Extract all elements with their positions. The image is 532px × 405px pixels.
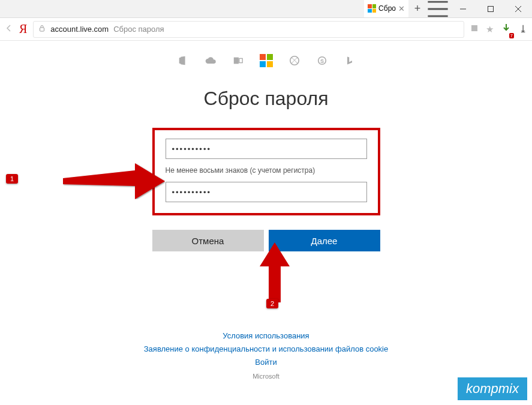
svg-marker-8 (63, 163, 165, 199)
svg-rect-3 (233, 58, 238, 64)
skype-icon[interactable]: S (316, 55, 328, 67)
footer-copyright: Microsoft (0, 373, 532, 380)
addr-actions: ★ 7 ⤓ (470, 23, 527, 36)
browser-tab-active[interactable]: Сбро ✕ (364, 0, 408, 17)
password-hint: Не менее восьми знаков (с учетом регистр… (166, 166, 367, 175)
svg-text:S: S (320, 58, 323, 64)
page-content: S Сброс пароля Не менее восьми знаков (с… (0, 41, 532, 380)
svg-rect-4 (239, 58, 242, 62)
bookmark-icon[interactable]: ★ (486, 24, 494, 35)
url-title: Сброс пароля (113, 25, 164, 34)
tab-spacer (0, 0, 364, 17)
footer-link-privacy[interactable]: Заявление о конфиденциальности и использ… (0, 343, 532, 356)
microsoft-logo-icon[interactable] (260, 54, 273, 67)
svg-rect-1 (40, 28, 44, 31)
address-bar: Я account.live.com Сброс пароля ★ 7 ⤓ (0, 18, 532, 41)
new-password-input[interactable] (166, 139, 367, 159)
annotation-callout-1: 1 (6, 174, 18, 184)
page-action-icon[interactable] (470, 24, 479, 35)
window-controls (449, 0, 532, 17)
password-form-highlight: Не менее восьми знаков (с учетом регистр… (152, 128, 380, 215)
window-close-button[interactable] (504, 0, 532, 17)
onedrive-icon[interactable] (205, 55, 217, 67)
bing-icon[interactable] (344, 55, 356, 67)
window-minimize-button[interactable] (449, 0, 477, 17)
download-badge: 7 (509, 33, 514, 38)
svg-rect-0 (488, 6, 494, 11)
lock-icon (38, 25, 46, 34)
page-title: Сброс пароля (0, 88, 532, 110)
tab-close-icon[interactable]: ✕ (398, 4, 405, 13)
watermark: kompmix (458, 377, 527, 400)
annotation-arrow-1 (63, 163, 165, 199)
yandex-logo[interactable]: Я (19, 22, 27, 36)
window-maximize-button[interactable] (477, 0, 504, 17)
download-manager-icon[interactable]: 7 (501, 23, 512, 36)
annotation-callout-2: 2 (266, 299, 278, 308)
downloads-arrow-icon[interactable]: ⤓ (519, 23, 527, 35)
cancel-button[interactable]: Отмена (152, 230, 264, 251)
browser-menu-button[interactable] (426, 0, 449, 17)
titlebar: Сбро ✕ + (0, 0, 532, 18)
footer-link-signin[interactable]: Войти (0, 356, 532, 369)
url-input[interactable]: account.live.com Сброс пароля (33, 21, 464, 38)
svg-marker-9 (260, 242, 290, 302)
xbox-icon[interactable] (288, 55, 300, 67)
footer-link-terms[interactable]: Условия использования (0, 329, 532, 343)
annotation-arrow-2 (257, 242, 293, 302)
new-tab-button[interactable]: + (408, 0, 426, 17)
microsoft-services-row: S (0, 54, 532, 67)
url-host: account.live.com (50, 25, 109, 34)
svg-point-5 (290, 56, 298, 65)
microsoft-logo-icon (368, 4, 376, 13)
footer: Условия использования Заявление о конфид… (0, 329, 532, 380)
confirm-password-input[interactable] (166, 182, 367, 202)
outlook-icon[interactable] (232, 55, 244, 67)
tab-title: Сбро (378, 4, 396, 13)
tabstrip: Сбро ✕ + (0, 0, 426, 17)
nav-back-forward (5, 24, 13, 35)
nav-back-icon[interactable] (5, 24, 13, 35)
svg-rect-2 (471, 25, 477, 31)
office-icon[interactable] (177, 55, 189, 67)
